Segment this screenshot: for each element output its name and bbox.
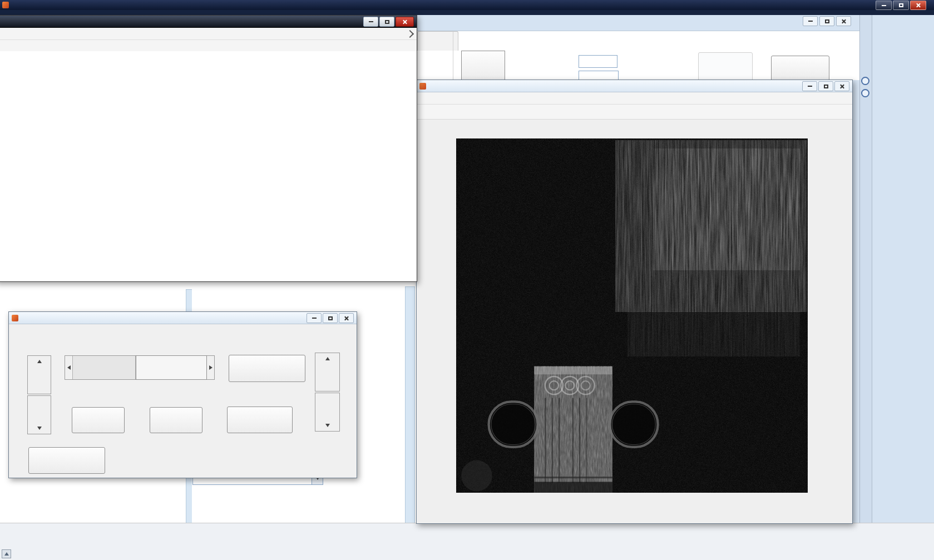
figure2-minimize-button[interactable] [363,17,378,27]
slider-right-arrow[interactable] [207,356,214,379]
status-tray-icon[interactable] [2,549,11,558]
right-capsule [610,402,658,447]
main-close-button[interactable] [910,1,926,10]
bild-titlebar[interactable] [417,80,852,92]
figure2-plot-area[interactable] [0,51,417,281]
interference-texture-block [654,149,799,270]
matlab-desktop [0,0,934,560]
slider-titlebar[interactable] [9,312,357,324]
figure2-close-button[interactable] [396,17,414,27]
figure-doc-icon [419,83,426,90]
window-frame-strip [0,10,934,15]
slider-window [8,311,357,478]
bild-restore-button[interactable] [818,81,833,91]
save-values-button[interactable] [229,355,305,382]
scale-button[interactable] [461,51,505,81]
bild-close-button[interactable] [834,81,849,91]
bild-minimize-button[interactable] [802,81,817,91]
matlab-logo-icon [2,2,9,8]
y-slider-up[interactable] [27,355,51,394]
bild-menubar [417,92,852,105]
x-move-slider[interactable] [65,355,215,380]
figure2-titlebar[interactable] [0,16,417,28]
menu-overflow-icon[interactable] [406,30,414,38]
bild-toolbar [417,105,852,120]
panel-tab[interactable] [417,31,458,51]
slider-body [9,324,355,477]
status-strip [0,523,934,560]
gui-background-panel [416,31,859,80]
ref-shift-input[interactable] [579,55,617,68]
magnifier-icon[interactable] [861,77,869,85]
auto-linescan-button[interactable] [28,447,105,474]
interference-texture-faint [628,311,800,356]
interval-limit-2-button[interactable] [150,407,202,433]
shorten-slider-down[interactable] [315,393,340,432]
bild-hologram-image[interactable] [456,138,808,493]
matlab-doc-icon [12,315,18,321]
figure2-maximize-button[interactable] [379,17,394,27]
bild-figure-canvas [417,120,851,523]
slider-close-button[interactable] [339,313,354,323]
calc-mean-button[interactable] [227,407,293,433]
unwrap-pike-button[interactable] [698,52,753,81]
figure2-menubar [0,28,417,40]
panel-splitter[interactable] [405,286,415,524]
slider-left-arrow[interactable] [65,356,72,379]
slider-minimize-button[interactable] [307,313,322,323]
interval-limit-1-button[interactable] [72,407,125,433]
settings-button[interactable] [771,56,829,81]
slider-thumb[interactable] [136,355,207,380]
main-minimize-button[interactable] [876,1,892,10]
magnifier-icon[interactable] [861,89,869,97]
docked-window-controls [803,16,851,26]
left-capsule [489,402,538,447]
panel-divider [453,31,453,80]
bg-restore-button[interactable] [819,16,834,26]
main-window-titlebar[interactable] [0,0,934,10]
shorten-slider-up[interactable] [315,353,340,391]
bright-blob [461,460,492,492]
slider-restore-button[interactable] [323,313,338,323]
slider-track[interactable] [72,356,136,379]
bild-window [416,80,853,524]
chip-structure [534,366,612,493]
figure2-window [0,15,417,282]
bg-minimize-button[interactable] [803,16,818,26]
main-maximize-button[interactable] [893,1,909,10]
bg-close-button[interactable] [836,16,851,26]
y-slider-down[interactable] [27,395,51,434]
